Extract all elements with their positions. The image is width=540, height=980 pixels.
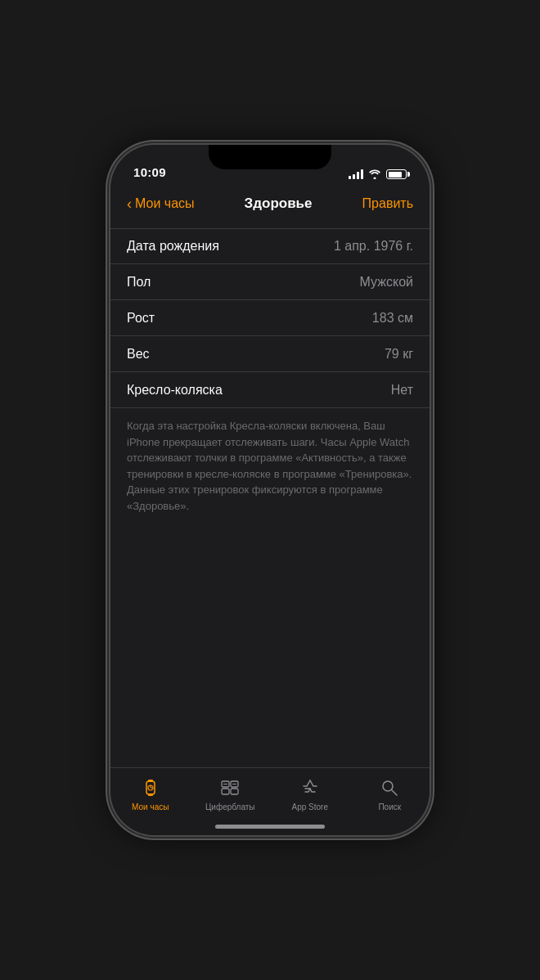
- battery-icon: [386, 169, 407, 179]
- item-value-weight: 79 кг: [385, 347, 413, 362]
- item-label-weight: Вес: [127, 347, 150, 362]
- list-item[interactable]: Вес 79 кг: [110, 336, 430, 372]
- svg-rect-8: [222, 789, 229, 794]
- tab-appstore[interactable]: App Store: [270, 776, 350, 811]
- nav-bar: ‹ Мои часы Здоровье Править: [110, 186, 430, 222]
- health-list: Дата рождения 1 апр. 1976 г. Пол Мужской…: [110, 228, 430, 408]
- screen: 10:09: [110, 145, 430, 835]
- content: Дата рождения 1 апр. 1976 г. Пол Мужской…: [110, 222, 430, 767]
- item-label-birthdate: Дата рождения: [127, 239, 219, 254]
- list-item[interactable]: Дата рождения 1 апр. 1976 г.: [110, 228, 430, 264]
- search-icon: [378, 776, 401, 799]
- svg-line-13: [392, 790, 397, 795]
- status-icons: [349, 169, 407, 179]
- item-label-wheelchair: Кресло-коляска: [127, 383, 223, 398]
- svg-rect-2: [148, 793, 153, 796]
- item-label-gender: Пол: [127, 275, 151, 290]
- back-label: Мои часы: [135, 196, 195, 211]
- item-value-height: 183 см: [372, 311, 413, 326]
- section-footer: Когда эта настройка Кресла-коляски включ…: [110, 408, 430, 530]
- tab-bar: Мои часы Циферблаты: [110, 767, 430, 835]
- signal-bars-icon: [349, 169, 363, 179]
- home-indicator: [215, 825, 325, 829]
- tab-label-watchfaces: Циферблаты: [205, 802, 255, 811]
- chevron-left-icon: ‹: [127, 196, 132, 213]
- tab-label-search: Поиск: [378, 802, 401, 811]
- list-item[interactable]: Рост 183 см: [110, 300, 430, 336]
- tab-my-watch[interactable]: Мои часы: [110, 776, 191, 811]
- tab-label-appstore: App Store: [292, 802, 328, 811]
- item-value-gender: Мужской: [360, 275, 413, 290]
- appstore-icon: [299, 776, 322, 799]
- phone-frame: 10:09: [110, 145, 430, 835]
- item-value-wheelchair: Нет: [391, 383, 413, 398]
- list-item[interactable]: Кресло-коляска Нет: [110, 372, 430, 408]
- notch: [209, 145, 331, 169]
- status-time: 10:09: [133, 165, 166, 179]
- my-watch-icon: [139, 776, 162, 799]
- tab-label-my-watch: Мои часы: [132, 802, 169, 811]
- edit-button[interactable]: Править: [362, 196, 413, 211]
- list-item[interactable]: Пол Мужской: [110, 264, 430, 300]
- svg-rect-9: [231, 789, 238, 794]
- watchfaces-icon: [218, 776, 241, 799]
- page-title: Здоровье: [245, 196, 313, 212]
- back-button[interactable]: ‹ Мои часы: [127, 196, 195, 213]
- item-value-birthdate: 1 апр. 1976 г.: [334, 239, 413, 254]
- svg-point-12: [383, 781, 393, 791]
- phone-wrapper: 10:09: [0, 0, 540, 980]
- tab-watchfaces[interactable]: Циферблаты: [191, 776, 271, 811]
- tab-search[interactable]: Поиск: [350, 776, 430, 811]
- wifi-icon: [368, 169, 381, 179]
- item-label-height: Рост: [127, 311, 155, 326]
- svg-rect-1: [148, 780, 153, 782]
